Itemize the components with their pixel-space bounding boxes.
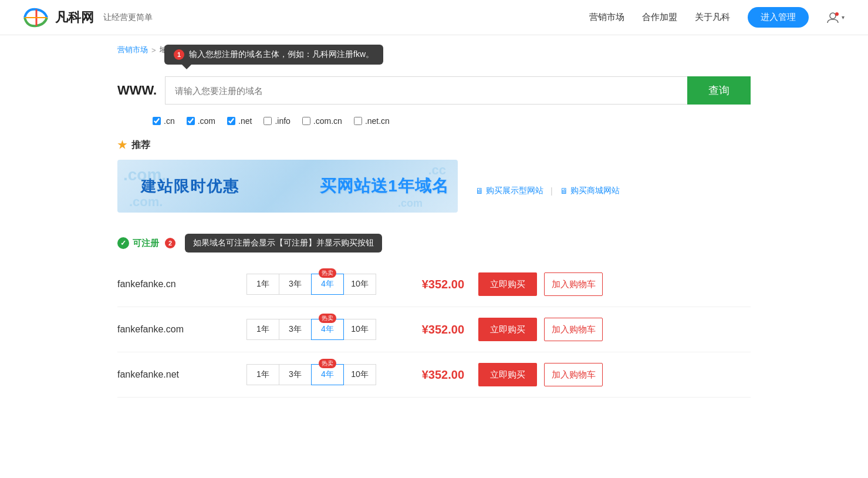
status-tooltip-area: 2 如果域名可注册会显示【可注册】并显示购买按钮 [165, 234, 382, 253]
banner-right-text: 买网站送1年域名 [311, 175, 458, 197]
domain-price-1: ¥352.00 [394, 278, 464, 291]
status-row: ✓ 可注册 2 如果域名可注册会显示【可注册】并显示购买按钮 [117, 234, 751, 253]
search-button[interactable]: 查询 [687, 76, 751, 105]
domain-list: fankefanke.cn 1年 3年 热卖 4年 10年 ¥352.00 立即… [117, 262, 751, 398]
checkbox-cn[interactable]: .cn [153, 116, 175, 126]
year-options-3: 1年 3年 热卖 4年 10年 [246, 364, 376, 385]
tooltip-num-2: 2 [165, 238, 175, 248]
banner-bg-4: .com [398, 197, 423, 210]
table-row: fankefanke.cn 1年 3年 热卖 4年 10年 ¥352.00 立即… [117, 262, 751, 307]
recommend-title: ★ 推荐 [117, 139, 751, 152]
year-btn-1y-3[interactable]: 1年 [246, 364, 279, 385]
banner-bg-3: .com. [129, 194, 163, 210]
hot-tag-3: 热卖 [319, 359, 336, 368]
recommend-label: 推荐 [131, 139, 150, 152]
star-icon: ★ [117, 139, 127, 152]
checkbox-com[interactable]: .com [187, 116, 215, 126]
checkbox-net[interactable]: .net [227, 116, 252, 126]
domain-name-1: fankefanke.cn [117, 279, 246, 290]
hot-tag-1: 热卖 [319, 268, 336, 278]
year-btn-1y-2[interactable]: 1年 [246, 319, 279, 340]
add-cart-button-1[interactable]: 加入购物车 [544, 272, 603, 296]
table-row: fankefanke.com 1年 3年 热卖 4年 10年 ¥352.00 立… [117, 307, 751, 352]
year-btn-4y-1[interactable]: 热卖 4年 [311, 274, 344, 295]
enter-button[interactable]: 进入管理 [748, 7, 809, 28]
hot-tag-2: 热卖 [319, 314, 336, 323]
display-site-icon: 🖥 [475, 186, 484, 196]
logo-slogan: 让经营更简单 [103, 12, 153, 23]
main-content: 1输入您想注册的域名主体，例如：凡科网注册fkw。 WWW. 查询 .cn .c… [0, 65, 868, 421]
domain-name-3: fankefanke.net [117, 369, 246, 380]
logo-text: 凡科网 [55, 9, 94, 26]
banner: .com. .cc .com. .com 建站限时优惠 买网站送1年域名 [117, 160, 458, 213]
status-badge: ✓ 可注册 [117, 237, 159, 249]
add-cart-button-2[interactable]: 加入购物车 [544, 318, 603, 341]
banner-divider: | [550, 186, 553, 196]
nav-market[interactable]: 营销市场 [589, 12, 624, 23]
search-tooltip: 1输入您想注册的域名主体，例如：凡科网注册fkw。 [164, 45, 383, 65]
svg-point-1 [835, 12, 839, 16]
banner-link-display[interactable]: 🖥 购买展示型网站 [475, 186, 543, 196]
user-chevron: ▾ [842, 14, 845, 21]
header: 凡科网 让经营更简单 营销市场 合作加盟 关于凡科 进入管理 ▾ [0, 0, 868, 35]
checkbox-row: .cn .com .net .info .com.cn .net.cn [153, 116, 751, 126]
tooltip-num-1: 1 [174, 49, 184, 60]
domain-price-2: ¥352.00 [394, 323, 464, 336]
user-icon [826, 11, 839, 24]
buy-now-button-3[interactable]: 立即购买 [478, 363, 537, 386]
checkbox-netcn[interactable]: .net.cn [354, 116, 390, 126]
year-options-1: 1年 3年 热卖 4年 10年 [246, 274, 376, 295]
nav-about[interactable]: 关于凡科 [695, 12, 730, 23]
nav-partner[interactable]: 合作加盟 [642, 12, 677, 23]
banner-row: .com. .cc .com. .com 建站限时优惠 买网站送1年域名 🖥 购… [117, 160, 751, 222]
year-btn-10y-2[interactable]: 10年 [343, 319, 376, 340]
breadcrumb-sep: > [151, 46, 156, 55]
year-btn-4y-3[interactable]: 热卖 4年 [311, 364, 344, 385]
year-btn-10y-1[interactable]: 10年 [343, 274, 376, 295]
domain-price-3: ¥352.00 [394, 368, 464, 382]
status-tooltip: 如果域名可注册会显示【可注册】并显示购买按钮 [185, 234, 382, 253]
search-row: WWW. 查询 [117, 76, 751, 105]
breadcrumb: 营销市场 > 域名管理 [0, 35, 868, 65]
logo-area: 凡科网 让经营更简单 [23, 7, 153, 28]
search-input[interactable] [165, 76, 687, 105]
year-btn-1y-1[interactable]: 1年 [246, 274, 279, 295]
year-btn-3y-2[interactable]: 3年 [279, 319, 312, 340]
svg-point-0 [830, 13, 836, 19]
banner-links: 🖥 购买展示型网站 | 🖥 购买商城网站 [475, 186, 631, 196]
add-cart-button-3[interactable]: 加入购物车 [544, 363, 603, 386]
banner-left-text: 建站限时优惠 [117, 176, 311, 197]
breadcrumb-parent[interactable]: 营销市场 [117, 45, 148, 55]
domain-name-2: fankefanke.com [117, 324, 246, 335]
user-menu[interactable]: ▾ [826, 11, 845, 24]
logo-icon [23, 7, 49, 28]
buy-now-button-1[interactable]: 立即购买 [478, 272, 537, 296]
year-btn-10y-3[interactable]: 10年 [343, 364, 376, 385]
year-btn-3y-3[interactable]: 3年 [279, 364, 312, 385]
checkbox-comcn[interactable]: .com.cn [302, 116, 342, 126]
year-options-2: 1年 3年 热卖 4年 10年 [246, 319, 376, 340]
table-row: fankefanke.net 1年 3年 热卖 4年 10年 ¥352.00 立… [117, 352, 751, 398]
checkbox-info[interactable]: .info [264, 116, 290, 126]
status-icon: ✓ [117, 237, 129, 249]
buy-now-button-2[interactable]: 立即购买 [478, 318, 537, 341]
banner-link-shop[interactable]: 🖥 购买商城网站 [560, 186, 620, 196]
year-btn-4y-2[interactable]: 热卖 4年 [311, 319, 344, 340]
nav-links: 营销市场 合作加盟 关于凡科 进入管理 ▾ [589, 7, 845, 28]
shop-site-icon: 🖥 [560, 186, 568, 196]
year-btn-3y-1[interactable]: 3年 [279, 274, 312, 295]
search-area: 1输入您想注册的域名主体，例如：凡科网注册fkw。 WWW. 查询 [117, 70, 751, 105]
www-label: WWW. [117, 83, 157, 98]
